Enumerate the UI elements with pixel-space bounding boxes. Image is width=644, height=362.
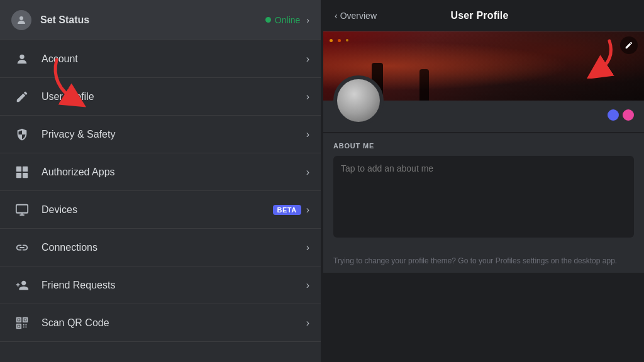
set-status-row[interactable]: Set Status Online › bbox=[0, 0, 321, 40]
authorized-apps-label: Authorized Apps bbox=[42, 167, 301, 178]
user-profile-label: User Profile bbox=[42, 91, 301, 102]
privacy-safety-icon bbox=[11, 124, 33, 145]
set-status-icon bbox=[11, 10, 31, 30]
back-button[interactable]: ‹ Overview bbox=[335, 11, 377, 21]
menu-item-user-profile[interactable]: User Profile › bbox=[0, 78, 321, 116]
svg-rect-5 bbox=[23, 172, 28, 177]
set-status-label: Set Status bbox=[40, 14, 265, 26]
avatar[interactable] bbox=[333, 75, 384, 126]
menu-item-scan-qr[interactable]: Scan QR Code › bbox=[0, 304, 321, 342]
about-me-section: ABOUT ME bbox=[323, 133, 644, 249]
user-profile-title: User Profile bbox=[377, 10, 582, 21]
friend-requests-label: Friend Requests bbox=[42, 280, 301, 291]
authorized-apps-icon bbox=[11, 162, 33, 183]
status-chevron: › bbox=[306, 15, 309, 25]
svg-rect-2 bbox=[16, 166, 21, 171]
user-profile-chevron: › bbox=[306, 91, 309, 102]
friend-requests-icon bbox=[11, 275, 33, 296]
authorized-apps-chevron: › bbox=[306, 167, 309, 178]
account-icon bbox=[11, 48, 33, 70]
menu-item-connections[interactable]: Connections › bbox=[0, 229, 321, 266]
deco-dot-1 bbox=[608, 109, 619, 121]
account-chevron: › bbox=[306, 53, 309, 65]
connections-icon bbox=[11, 237, 33, 258]
svg-rect-11 bbox=[25, 319, 26, 321]
menu-item-devices[interactable]: Devices BETA › bbox=[0, 191, 321, 229]
svg-point-1 bbox=[19, 54, 24, 58]
about-me-label: ABOUT ME bbox=[333, 142, 634, 150]
about-me-textarea[interactable] bbox=[333, 156, 634, 238]
devices-icon bbox=[11, 199, 33, 221]
account-label: Account bbox=[42, 53, 301, 65]
beta-badge: BETA bbox=[273, 205, 301, 215]
svg-rect-4 bbox=[16, 172, 21, 177]
online-status: Online bbox=[265, 15, 300, 25]
online-label: Online bbox=[275, 15, 300, 25]
online-dot bbox=[265, 17, 271, 23]
menu-item-friend-requests[interactable]: Friend Requests › bbox=[0, 266, 321, 304]
svg-point-0 bbox=[19, 16, 23, 20]
user-profile-icon bbox=[11, 86, 33, 107]
decoration-dots bbox=[608, 109, 634, 126]
menu-item-account[interactable]: Account › bbox=[0, 40, 321, 78]
avatar-section bbox=[323, 101, 644, 132]
svg-rect-6 bbox=[16, 204, 28, 212]
menu-item-authorized-apps[interactable]: Authorized Apps › bbox=[0, 153, 321, 191]
scan-qr-icon bbox=[11, 312, 33, 334]
connections-chevron: › bbox=[306, 242, 309, 253]
devices-chevron: › bbox=[306, 204, 309, 216]
avatar-wrapper bbox=[333, 75, 384, 126]
menu-item-privacy-safety[interactable]: Privacy & Safety › bbox=[0, 116, 321, 153]
deco-dot-2 bbox=[623, 109, 634, 121]
user-profile-header: ‹ Overview User Profile bbox=[323, 0, 644, 31]
scan-qr-label: Scan QR Code bbox=[42, 317, 301, 329]
friend-requests-chevron: › bbox=[306, 280, 309, 291]
svg-rect-3 bbox=[23, 166, 28, 171]
privacy-safety-chevron: › bbox=[306, 129, 309, 140]
svg-rect-10 bbox=[18, 319, 20, 321]
scan-qr-chevron: › bbox=[306, 317, 309, 329]
svg-rect-12 bbox=[18, 325, 20, 327]
devices-label: Devices bbox=[42, 204, 267, 216]
theme-note: Trying to change your profile theme? Go … bbox=[323, 249, 644, 273]
edit-banner-button[interactable] bbox=[620, 36, 638, 54]
back-label: Overview bbox=[340, 11, 377, 21]
back-chevron: ‹ bbox=[335, 11, 338, 21]
privacy-safety-label: Privacy & Safety bbox=[42, 129, 301, 140]
profile-content: ABOUT ME Trying to change your profile t… bbox=[323, 31, 644, 362]
connections-label: Connections bbox=[42, 242, 301, 253]
